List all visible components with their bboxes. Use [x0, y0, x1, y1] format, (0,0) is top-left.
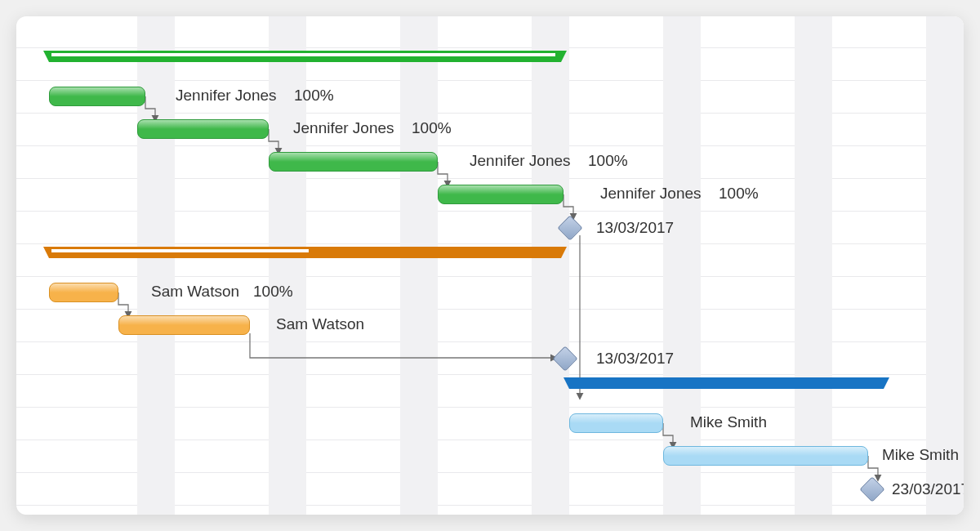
milestone-label: 13/03/2017	[596, 350, 674, 368]
summary-bar-group-c[interactable]	[569, 377, 884, 389]
task-assignee: Jennifer Jones	[470, 152, 571, 170]
task-assignee: Mike Smith	[690, 413, 767, 431]
task-bar[interactable]	[569, 413, 663, 433]
task-bar[interactable]	[438, 185, 564, 204]
task-percent: 100%	[588, 152, 628, 170]
gantt-chart: Jennifer Jones 100% Jennifer Jones 100% …	[16, 16, 964, 515]
milestone-icon[interactable]	[859, 476, 884, 502]
task-percent: 100%	[719, 185, 759, 203]
task-assignee: Mike Smith	[882, 446, 959, 464]
task-assignee: Sam Watson	[276, 315, 364, 333]
milestone-label: 13/03/2017	[596, 219, 674, 237]
task-bar[interactable]	[118, 315, 250, 335]
task-bar[interactable]	[269, 152, 438, 172]
milestone-icon[interactable]	[552, 346, 577, 371]
summary-bar-group-b[interactable]	[49, 247, 561, 258]
summary-bar-group-a[interactable]	[49, 51, 561, 62]
task-assignee: Jennifer Jones	[600, 185, 702, 203]
milestone-label: 23/03/2017	[892, 480, 964, 498]
task-percent: 100%	[412, 119, 452, 137]
task-percent: 100%	[253, 283, 293, 301]
task-bar[interactable]	[137, 119, 269, 139]
task-assignee: Jennifer Jones	[293, 119, 394, 137]
task-assignee: Jennifer Jones	[176, 87, 277, 105]
task-assignee: Sam Watson	[151, 283, 239, 301]
task-bar[interactable]	[663, 446, 868, 466]
milestone-icon[interactable]	[557, 215, 582, 240]
task-percent: 100%	[294, 87, 334, 105]
task-bar[interactable]	[49, 87, 145, 106]
task-bar[interactable]	[49, 283, 118, 302]
